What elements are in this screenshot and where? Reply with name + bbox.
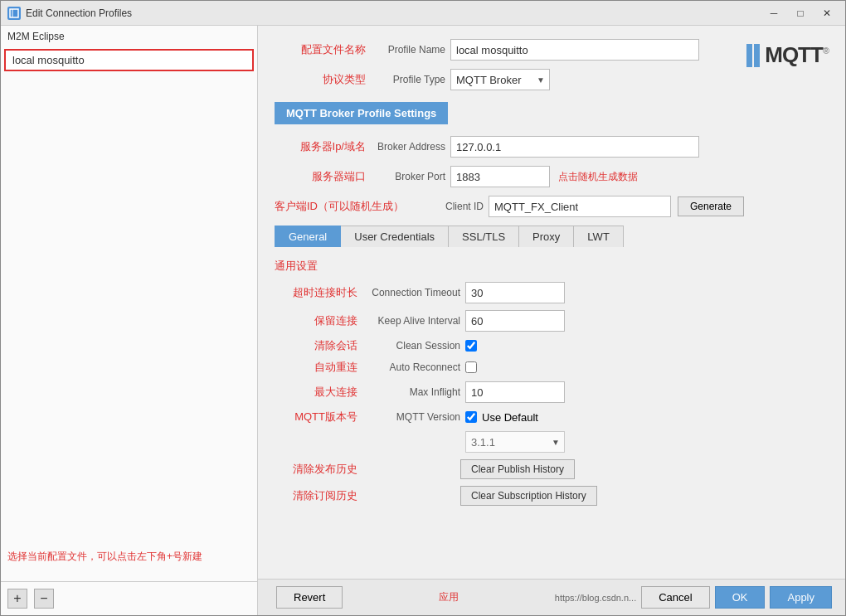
auto-reconnect-checkbox-wrap xyxy=(465,361,477,373)
en-broker-port-label: Broker Port xyxy=(371,171,445,182)
revert-button[interactable]: Revert xyxy=(276,586,343,609)
profile-type-row: 协议类型 Profile Type MQTT Broker ▼ xyxy=(275,69,730,90)
client-id-row: 客户端ID（可以随机生成） Client ID Generate xyxy=(275,196,829,217)
bottom-bar: Revert 应用 https://blog.csdn.n... Cancel … xyxy=(258,579,845,615)
sidebar-group-label: M2M Eclipse xyxy=(1,26,257,47)
sidebar: M2M Eclipse local mosquitto 选择当前配置文件，可以点… xyxy=(1,26,258,615)
version-dropdown-row: 3.1.1 ▼ xyxy=(275,431,829,453)
tab-general[interactable]: General xyxy=(275,226,341,247)
mqtt-text: MQTT® xyxy=(765,42,829,68)
content-area: M2M Eclipse local mosquitto 选择当前配置文件，可以点… xyxy=(1,26,845,615)
cn-timeout-label: 超时连接时长 xyxy=(275,285,357,300)
en-client-id-label: Client ID xyxy=(409,201,484,212)
minimize-button[interactable]: ─ xyxy=(762,5,785,22)
mqtt-version-select-wrap: 3.1.1 ▼ xyxy=(465,431,565,453)
cn-profile-type-label: 协议类型 xyxy=(275,72,366,87)
random-annotation: 点击随机生成数据 xyxy=(558,170,638,184)
keepalive-input[interactable] xyxy=(465,310,565,332)
auto-reconnect-row: 自动重连 Auto Reconnect xyxy=(275,360,829,375)
connection-timeout-row: 超时连接时长 Connection Timeout xyxy=(275,282,829,303)
cn-client-id-label: 客户端ID（可以随机生成） xyxy=(275,199,404,214)
main-window: Edit Connection Profiles ─ □ ✕ M2M Eclip… xyxy=(0,0,846,616)
broker-address-row: 服务器Ip/域名 Broker Address xyxy=(275,136,829,158)
clear-publish-button[interactable]: Clear Publish History xyxy=(460,459,575,479)
use-default-label: Use Default xyxy=(482,411,538,424)
close-button[interactable]: ✕ xyxy=(815,5,839,22)
en-profile-name-label: Profile Name xyxy=(371,44,445,56)
tab-lwt[interactable]: LWT xyxy=(574,226,623,247)
auto-reconnect-checkbox[interactable] xyxy=(465,361,477,373)
general-section-label: 通用设置 xyxy=(275,259,829,274)
main-panel: 配置文件名称 Profile Name 协议类型 Profile Type MQ… xyxy=(258,26,845,615)
tab-user-credentials[interactable]: User Credentials xyxy=(341,226,449,247)
add-profile-button[interactable]: + xyxy=(7,589,27,609)
apply-button[interactable]: Apply xyxy=(770,586,832,609)
tab-proxy[interactable]: Proxy xyxy=(519,226,574,247)
window-title: Edit Connection Profiles xyxy=(26,7,762,19)
broker-port-row: 服务器端口 Broker Port 点击随机生成数据 xyxy=(275,166,829,187)
en-clean-session-label: Clean Session xyxy=(361,340,460,352)
footer-link: https://blog.csdn.n... xyxy=(555,593,636,603)
maximize-button[interactable]: □ xyxy=(789,5,812,22)
broker-port-input[interactable] xyxy=(450,166,550,187)
use-default-wrap: Use Default xyxy=(465,411,538,424)
connection-timeout-input[interactable] xyxy=(465,282,565,303)
generate-button[interactable]: Generate xyxy=(678,196,744,216)
profile-type-select[interactable]: MQTT Broker xyxy=(450,69,550,90)
max-inflight-row: 最大连接 Max Inflight xyxy=(275,381,829,403)
remove-profile-button[interactable]: − xyxy=(34,589,54,609)
tabs: General User Credentials SSL/TLS Proxy L… xyxy=(275,226,829,247)
cn-clear-subscription-label: 清除订阅历史 xyxy=(275,488,357,503)
sidebar-item-local-mosquitto[interactable]: local mosquitto xyxy=(4,49,254,71)
general-tab-content: 通用设置 超时连接时长 Connection Timeout 保留连接 Keep… xyxy=(275,259,829,506)
client-id-input[interactable] xyxy=(489,196,671,217)
cn-keepalive-label: 保留连接 xyxy=(275,313,357,328)
apply-annotation: 应用 xyxy=(439,590,459,604)
en-mqtt-version-label: MQTT Version xyxy=(361,411,460,423)
profile-type-select-wrap: MQTT Broker ▼ xyxy=(450,69,550,90)
cn-profile-name-label: 配置文件名称 xyxy=(275,42,366,57)
cn-mqtt-version-label: MQTT版本号 xyxy=(275,410,357,424)
mqtt-logo-area: MQTT® xyxy=(746,42,829,68)
cn-broker-port-label: 服务器端口 xyxy=(275,169,366,184)
en-profile-type-label: Profile Type xyxy=(371,74,445,85)
broker-settings-button[interactable]: MQTT Broker Profile Settings xyxy=(275,102,448,124)
profile-name-input[interactable] xyxy=(450,39,699,61)
sidebar-annotation: 选择当前配置文件，可以点击左下角+号新建 xyxy=(7,548,244,565)
en-max-inflight-label: Max Inflight xyxy=(361,386,460,398)
ok-button[interactable]: OK xyxy=(715,586,766,609)
clean-session-checkbox[interactable] xyxy=(465,340,477,352)
cn-broker-address-label: 服务器Ip/域名 xyxy=(275,139,366,154)
cancel-button[interactable]: Cancel xyxy=(641,586,709,609)
broker-address-input[interactable] xyxy=(450,136,699,158)
en-auto-reconnect-label: Auto Reconnect xyxy=(361,361,460,373)
cn-max-inflight-label: 最大连接 xyxy=(275,385,357,400)
mqtt-version-select: 3.1.1 xyxy=(465,431,565,453)
broker-section: MQTT Broker Profile Settings 服务器Ip/域名 Br… xyxy=(275,99,829,217)
en-broker-address-label: Broker Address xyxy=(371,141,445,153)
window-controls: ─ □ ✕ xyxy=(762,5,839,22)
clear-subscription-row: 清除订阅历史 Clear Subscription History xyxy=(275,486,829,506)
clean-session-checkbox-wrap xyxy=(465,340,477,352)
window-icon xyxy=(7,7,21,20)
mqtt-version-row: MQTT版本号 MQTT Version Use Default xyxy=(275,410,829,424)
mqtt-logo: MQTT® xyxy=(746,42,829,68)
use-default-checkbox[interactable] xyxy=(465,411,477,423)
en-keepalive-label: Keep Alive Interval xyxy=(361,315,460,327)
cn-clear-publish-label: 清除发布历史 xyxy=(275,462,357,477)
profile-fields: 配置文件名称 Profile Name 协议类型 Profile Type MQ… xyxy=(275,39,730,99)
clear-subscription-button[interactable]: Clear Subscription History xyxy=(460,486,597,506)
clean-session-row: 清除会话 Clean Session xyxy=(275,338,829,353)
clear-publish-row: 清除发布历史 Clear Publish History xyxy=(275,459,829,479)
cn-auto-reconnect-label: 自动重连 xyxy=(275,360,357,375)
main-content: 配置文件名称 Profile Name 协议类型 Profile Type MQ… xyxy=(258,26,845,579)
max-inflight-input[interactable] xyxy=(465,381,565,403)
sidebar-footer: + − xyxy=(1,581,257,615)
keepalive-row: 保留连接 Keep Alive Interval xyxy=(275,310,829,332)
tab-ssl-tls[interactable]: SSL/TLS xyxy=(449,226,519,247)
en-timeout-label: Connection Timeout xyxy=(361,287,460,298)
profile-name-row: 配置文件名称 Profile Name xyxy=(275,39,730,61)
title-bar: Edit Connection Profiles ─ □ ✕ xyxy=(1,1,845,26)
svg-rect-0 xyxy=(10,9,18,17)
cn-clean-session-label: 清除会话 xyxy=(275,338,357,353)
